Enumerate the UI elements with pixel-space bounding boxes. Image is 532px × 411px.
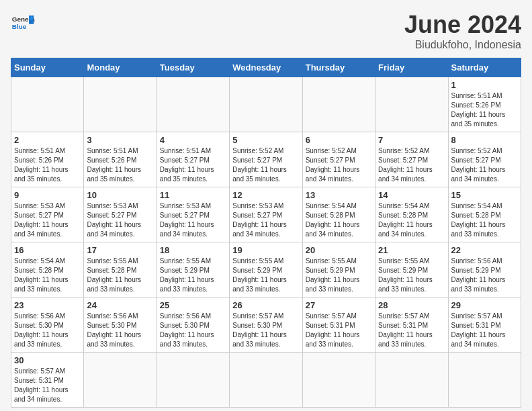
calendar-cell: 15Sunrise: 5:54 AM Sunset: 5:28 PM Dayli… [448,187,521,242]
day-info: Sunrise: 5:56 AM Sunset: 5:30 PM Dayligh… [87,312,153,349]
day-number: 6 [306,135,372,145]
day-number: 19 [232,245,299,255]
calendar-cell: 28Sunrise: 5:57 AM Sunset: 5:31 PM Dayli… [375,298,448,353]
day-number: 25 [160,300,226,310]
calendar-cell: 1Sunrise: 5:51 AM Sunset: 5:26 PM Daylig… [448,77,521,132]
calendar-cell [230,77,302,132]
day-info: Sunrise: 5:55 AM Sunset: 5:29 PM Dayligh… [232,257,299,294]
calendar-cell: 7Sunrise: 5:52 AM Sunset: 5:27 PM Daylig… [375,132,448,187]
calendar-cell [157,77,229,132]
calendar-cell: 10Sunrise: 5:53 AM Sunset: 5:27 PM Dayli… [84,187,157,242]
calendar-cell: 2Sunrise: 5:51 AM Sunset: 5:26 PM Daylig… [11,132,84,187]
day-info: Sunrise: 5:54 AM Sunset: 5:28 PM Dayligh… [451,201,518,239]
week-row-4: 23Sunrise: 5:56 AM Sunset: 5:30 PM Dayli… [11,298,521,353]
calendar-cell: 6Sunrise: 5:52 AM Sunset: 5:27 PM Daylig… [302,132,375,187]
calendar-cell [157,353,229,408]
day-info: Sunrise: 5:55 AM Sunset: 5:28 PM Dayligh… [87,257,153,294]
week-row-3: 16Sunrise: 5:54 AM Sunset: 5:28 PM Dayli… [11,242,521,298]
day-number: 26 [232,300,299,310]
day-number: 21 [378,245,445,255]
weekday-header-row: SundayMondayTuesdayWednesdayThursdayFrid… [11,58,521,77]
calendar-cell: 17Sunrise: 5:55 AM Sunset: 5:28 PM Dayli… [84,242,157,298]
day-number: 30 [14,355,81,365]
day-info: Sunrise: 5:57 AM Sunset: 5:31 PM Dayligh… [14,367,81,404]
calendar-title: June 2024 [404,11,521,39]
day-info: Sunrise: 5:56 AM Sunset: 5:29 PM Dayligh… [451,257,518,294]
calendar-cell: 13Sunrise: 5:54 AM Sunset: 5:28 PM Dayli… [302,187,375,242]
calendar-cell: 25Sunrise: 5:56 AM Sunset: 5:30 PM Dayli… [157,298,229,353]
calendar-cell: 23Sunrise: 5:56 AM Sunset: 5:30 PM Dayli… [11,298,84,353]
weekday-header-saturday: Saturday [448,58,521,77]
day-info: Sunrise: 5:56 AM Sunset: 5:30 PM Dayligh… [14,312,81,349]
day-number: 22 [451,245,518,255]
week-row-2: 9Sunrise: 5:53 AM Sunset: 5:27 PM Daylig… [11,187,521,242]
calendar-cell [230,353,302,408]
day-number: 9 [14,190,81,200]
day-number: 1 [451,80,518,90]
day-number: 11 [160,190,226,200]
week-row-5: 30Sunrise: 5:57 AM Sunset: 5:31 PM Dayli… [11,353,521,408]
day-info: Sunrise: 5:55 AM Sunset: 5:29 PM Dayligh… [160,257,226,294]
weekday-header-monday: Monday [84,58,157,77]
calendar-cell: 22Sunrise: 5:56 AM Sunset: 5:29 PM Dayli… [448,242,521,298]
weekday-header-sunday: Sunday [11,58,84,77]
day-info: Sunrise: 5:52 AM Sunset: 5:27 PM Dayligh… [306,146,372,184]
weekday-header-wednesday: Wednesday [230,58,302,77]
calendar-cell: 4Sunrise: 5:51 AM Sunset: 5:27 PM Daylig… [157,132,229,187]
day-number: 17 [87,245,153,255]
week-row-0: 1Sunrise: 5:51 AM Sunset: 5:26 PM Daylig… [11,77,521,132]
logo: General Blue [11,11,35,35]
day-number: 16 [14,245,81,255]
calendar-cell: 26Sunrise: 5:57 AM Sunset: 5:30 PM Dayli… [230,298,302,353]
calendar-cell: 20Sunrise: 5:55 AM Sunset: 5:29 PM Dayli… [302,242,375,298]
calendar-cell [375,77,448,132]
day-info: Sunrise: 5:51 AM Sunset: 5:26 PM Dayligh… [87,146,153,184]
day-number: 5 [232,135,299,145]
weekday-header-thursday: Thursday [302,58,375,77]
page-header: General Blue June 2024 Biudukfoho, Indon… [11,11,521,51]
week-row-1: 2Sunrise: 5:51 AM Sunset: 5:26 PM Daylig… [11,132,521,187]
day-number: 18 [160,245,226,255]
calendar-cell: 12Sunrise: 5:53 AM Sunset: 5:27 PM Dayli… [230,187,302,242]
day-number: 14 [378,190,445,200]
day-info: Sunrise: 5:52 AM Sunset: 5:27 PM Dayligh… [378,146,445,184]
day-info: Sunrise: 5:53 AM Sunset: 5:27 PM Dayligh… [87,201,153,239]
logo-icon: General Blue [11,11,35,35]
day-info: Sunrise: 5:57 AM Sunset: 5:30 PM Dayligh… [232,312,299,349]
calendar-cell [302,77,375,132]
calendar-cell: 3Sunrise: 5:51 AM Sunset: 5:26 PM Daylig… [84,132,157,187]
calendar-cell: 29Sunrise: 5:57 AM Sunset: 5:31 PM Dayli… [448,298,521,353]
calendar-cell: 9Sunrise: 5:53 AM Sunset: 5:27 PM Daylig… [11,187,84,242]
calendar-cell: 8Sunrise: 5:52 AM Sunset: 5:27 PM Daylig… [448,132,521,187]
day-info: Sunrise: 5:51 AM Sunset: 5:27 PM Dayligh… [160,146,226,184]
day-number: 15 [451,190,518,200]
day-number: 23 [14,300,81,310]
weekday-header-friday: Friday [375,58,448,77]
day-info: Sunrise: 5:57 AM Sunset: 5:31 PM Dayligh… [306,312,372,349]
day-info: Sunrise: 5:53 AM Sunset: 5:27 PM Dayligh… [14,201,81,239]
day-info: Sunrise: 5:53 AM Sunset: 5:27 PM Dayligh… [160,201,226,239]
day-number: 13 [306,190,372,200]
day-info: Sunrise: 5:52 AM Sunset: 5:27 PM Dayligh… [232,146,299,184]
day-number: 7 [378,135,445,145]
calendar-cell [302,353,375,408]
day-number: 29 [451,300,518,310]
day-number: 8 [451,135,518,145]
calendar-cell [448,353,521,408]
day-info: Sunrise: 5:51 AM Sunset: 5:26 PM Dayligh… [14,146,81,184]
svg-text:Blue: Blue [12,23,27,30]
calendar-subtitle: Biudukfoho, Indonesia [404,39,521,51]
day-number: 24 [87,300,153,310]
day-info: Sunrise: 5:51 AM Sunset: 5:26 PM Dayligh… [451,91,518,129]
day-info: Sunrise: 5:54 AM Sunset: 5:28 PM Dayligh… [14,257,81,294]
calendar-table: SundayMondayTuesdayWednesdayThursdayFrid… [11,58,521,408]
calendar-cell: 16Sunrise: 5:54 AM Sunset: 5:28 PM Dayli… [11,242,84,298]
calendar-cell [11,77,84,132]
day-number: 4 [160,135,226,145]
day-number: 28 [378,300,445,310]
day-number: 2 [14,135,81,145]
day-number: 12 [232,190,299,200]
day-number: 27 [306,300,372,310]
day-info: Sunrise: 5:54 AM Sunset: 5:28 PM Dayligh… [378,201,445,239]
weekday-header-tuesday: Tuesday [157,58,229,77]
